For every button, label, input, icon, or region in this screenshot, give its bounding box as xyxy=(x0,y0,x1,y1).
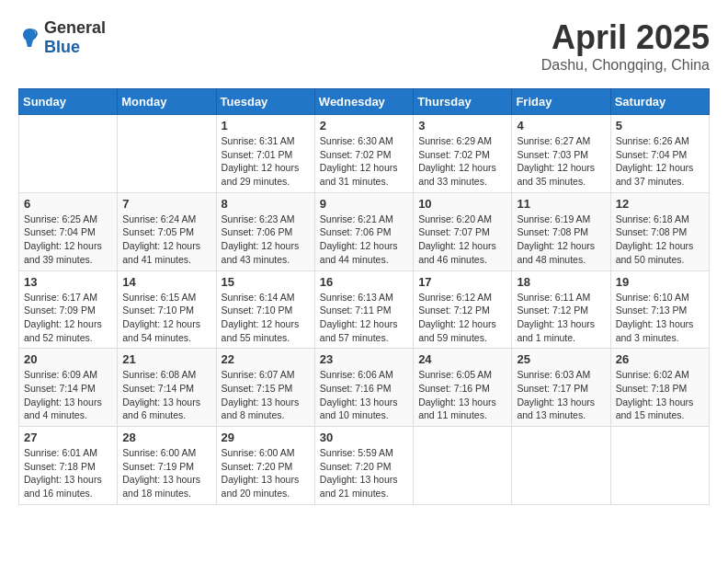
col-thursday: Thursday xyxy=(414,89,512,115)
table-row: 7Sunrise: 6:24 AMSunset: 7:05 PMDaylight… xyxy=(118,192,216,270)
col-monday: Monday xyxy=(118,89,216,115)
calendar-week-row: 1Sunrise: 6:31 AMSunset: 7:01 PMDaylight… xyxy=(19,115,710,193)
table-row: 2Sunrise: 6:30 AMSunset: 7:02 PMDaylight… xyxy=(314,115,413,193)
calendar-week-row: 27Sunrise: 6:01 AMSunset: 7:18 PMDayligh… xyxy=(19,427,710,505)
table-row: 10Sunrise: 6:20 AMSunset: 7:07 PMDayligh… xyxy=(414,192,512,270)
col-sunday: Sunday xyxy=(19,89,118,115)
day-info: Sunrise: 6:07 AMSunset: 7:15 PMDaylight:… xyxy=(222,368,310,422)
table-row: 25Sunrise: 6:03 AMSunset: 7:17 PMDayligh… xyxy=(512,349,610,427)
day-info: Sunrise: 6:19 AMSunset: 7:08 PMDaylight:… xyxy=(517,213,605,267)
title-block: April 2025 Dashu, Chongqing, China xyxy=(541,18,710,74)
day-number: 24 xyxy=(418,352,506,366)
table-row: 11Sunrise: 6:19 AMSunset: 7:08 PMDayligh… xyxy=(512,192,610,270)
day-number: 5 xyxy=(616,119,704,132)
day-number: 13 xyxy=(24,275,112,289)
page-header: General Blue April 2025 Dashu, Chongqing… xyxy=(18,18,710,74)
day-info: Sunrise: 6:00 AMSunset: 7:20 PMDaylight:… xyxy=(222,446,310,500)
day-number: 22 xyxy=(222,352,310,366)
table-row: 4Sunrise: 6:27 AMSunset: 7:03 PMDaylight… xyxy=(512,115,610,193)
day-number: 15 xyxy=(222,275,310,289)
table-row xyxy=(610,427,709,505)
day-number: 21 xyxy=(122,352,210,366)
day-info: Sunrise: 6:15 AMSunset: 7:10 PMDaylight:… xyxy=(122,291,210,345)
calendar-header-row: Sunday Monday Tuesday Wednesday Thursday… xyxy=(19,89,710,115)
day-info: Sunrise: 6:29 AMSunset: 7:02 PMDaylight:… xyxy=(418,134,506,189)
table-row: 14Sunrise: 6:15 AMSunset: 7:10 PMDayligh… xyxy=(118,270,216,349)
month-title: April 2025 xyxy=(541,18,710,57)
day-number: 2 xyxy=(320,119,408,132)
day-info: Sunrise: 6:12 AMSunset: 7:12 PMDaylight:… xyxy=(418,291,506,345)
day-info: Sunrise: 6:11 AMSunset: 7:12 PMDaylight:… xyxy=(517,291,605,345)
day-number: 11 xyxy=(517,197,605,211)
calendar-table: Sunday Monday Tuesday Wednesday Thursday… xyxy=(18,88,710,505)
table-row: 12Sunrise: 6:18 AMSunset: 7:08 PMDayligh… xyxy=(610,192,709,270)
day-info: Sunrise: 6:14 AMSunset: 7:10 PMDaylight:… xyxy=(222,291,310,345)
table-row: 21Sunrise: 6:08 AMSunset: 7:14 PMDayligh… xyxy=(118,349,216,427)
col-tuesday: Tuesday xyxy=(216,89,314,115)
day-info: Sunrise: 6:20 AMSunset: 7:07 PMDaylight:… xyxy=(418,213,506,267)
day-number: 3 xyxy=(418,119,506,132)
day-number: 27 xyxy=(24,431,112,444)
calendar-week-row: 13Sunrise: 6:17 AMSunset: 7:09 PMDayligh… xyxy=(19,270,710,349)
day-number: 29 xyxy=(222,431,310,444)
table-row: 23Sunrise: 6:06 AMSunset: 7:16 PMDayligh… xyxy=(314,349,413,427)
logo: General Blue xyxy=(18,18,106,57)
table-row: 18Sunrise: 6:11 AMSunset: 7:12 PMDayligh… xyxy=(512,270,610,349)
day-info: Sunrise: 6:00 AMSunset: 7:19 PMDaylight:… xyxy=(122,446,210,500)
col-friday: Friday xyxy=(512,89,610,115)
day-number: 4 xyxy=(517,119,605,132)
day-number: 28 xyxy=(122,431,210,444)
table-row: 1Sunrise: 6:31 AMSunset: 7:01 PMDaylight… xyxy=(216,115,314,193)
day-number: 16 xyxy=(320,275,408,289)
day-info: Sunrise: 6:24 AMSunset: 7:05 PMDaylight:… xyxy=(122,213,210,267)
day-number: 10 xyxy=(418,197,506,211)
day-info: Sunrise: 6:06 AMSunset: 7:16 PMDaylight:… xyxy=(320,368,408,422)
table-row: 9Sunrise: 6:21 AMSunset: 7:06 PMDaylight… xyxy=(314,192,413,270)
table-row: 29Sunrise: 6:00 AMSunset: 7:20 PMDayligh… xyxy=(216,427,314,505)
table-row xyxy=(512,427,610,505)
day-number: 17 xyxy=(418,275,506,289)
table-row xyxy=(19,115,118,193)
day-info: Sunrise: 6:21 AMSunset: 7:06 PMDaylight:… xyxy=(320,213,408,267)
table-row: 27Sunrise: 6:01 AMSunset: 7:18 PMDayligh… xyxy=(19,427,118,505)
day-info: Sunrise: 6:09 AMSunset: 7:14 PMDaylight:… xyxy=(24,368,112,422)
day-info: Sunrise: 6:01 AMSunset: 7:18 PMDaylight:… xyxy=(24,446,112,500)
calendar-week-row: 6Sunrise: 6:25 AMSunset: 7:04 PMDaylight… xyxy=(19,192,710,270)
day-number: 1 xyxy=(222,119,310,132)
day-info: Sunrise: 6:25 AMSunset: 7:04 PMDaylight:… xyxy=(24,213,112,267)
table-row: 6Sunrise: 6:25 AMSunset: 7:04 PMDaylight… xyxy=(19,192,118,270)
day-number: 14 xyxy=(122,275,210,289)
table-row xyxy=(118,115,216,193)
day-info: Sunrise: 6:30 AMSunset: 7:02 PMDaylight:… xyxy=(320,134,408,189)
day-number: 20 xyxy=(24,352,112,366)
table-row: 17Sunrise: 6:12 AMSunset: 7:12 PMDayligh… xyxy=(414,270,512,349)
day-number: 25 xyxy=(517,352,605,366)
col-saturday: Saturday xyxy=(610,89,709,115)
table-row: 28Sunrise: 6:00 AMSunset: 7:19 PMDayligh… xyxy=(118,427,216,505)
day-info: Sunrise: 6:31 AMSunset: 7:01 PMDaylight:… xyxy=(222,134,310,189)
table-row: 26Sunrise: 6:02 AMSunset: 7:18 PMDayligh… xyxy=(610,349,709,427)
table-row: 30Sunrise: 5:59 AMSunset: 7:20 PMDayligh… xyxy=(314,427,413,505)
day-info: Sunrise: 6:08 AMSunset: 7:14 PMDaylight:… xyxy=(122,368,210,422)
calendar-week-row: 20Sunrise: 6:09 AMSunset: 7:14 PMDayligh… xyxy=(19,349,710,427)
day-info: Sunrise: 6:27 AMSunset: 7:03 PMDaylight:… xyxy=(517,134,605,189)
day-number: 30 xyxy=(320,431,408,444)
day-info: Sunrise: 6:18 AMSunset: 7:08 PMDaylight:… xyxy=(616,213,704,267)
day-info: Sunrise: 6:26 AMSunset: 7:04 PMDaylight:… xyxy=(616,134,704,189)
table-row: 3Sunrise: 6:29 AMSunset: 7:02 PMDaylight… xyxy=(414,115,512,193)
logo-text-blue: Blue xyxy=(44,38,80,56)
logo-text-general: General xyxy=(44,18,106,37)
table-row: 15Sunrise: 6:14 AMSunset: 7:10 PMDayligh… xyxy=(216,270,314,349)
location-title: Dashu, Chongqing, China xyxy=(541,57,710,74)
day-info: Sunrise: 6:03 AMSunset: 7:17 PMDaylight:… xyxy=(517,368,605,422)
day-info: Sunrise: 5:59 AMSunset: 7:20 PMDaylight:… xyxy=(320,446,408,500)
day-number: 23 xyxy=(320,352,408,366)
day-number: 18 xyxy=(517,275,605,289)
table-row xyxy=(414,427,512,505)
col-wednesday: Wednesday xyxy=(314,89,413,115)
table-row: 13Sunrise: 6:17 AMSunset: 7:09 PMDayligh… xyxy=(19,270,118,349)
table-row: 16Sunrise: 6:13 AMSunset: 7:11 PMDayligh… xyxy=(314,270,413,349)
day-number: 8 xyxy=(222,197,310,211)
day-info: Sunrise: 6:17 AMSunset: 7:09 PMDaylight:… xyxy=(24,291,112,345)
day-number: 9 xyxy=(320,197,408,211)
